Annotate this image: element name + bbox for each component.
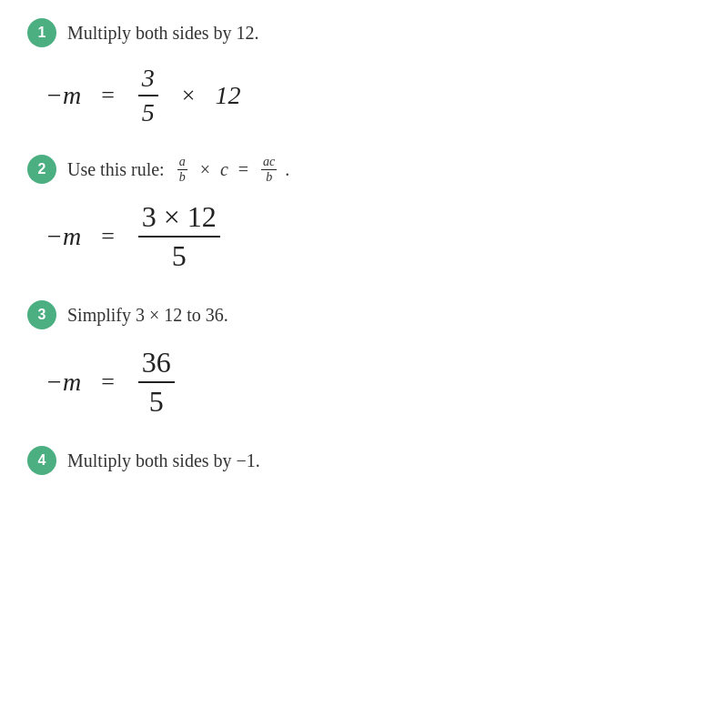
step-3-header: 3 Simplify 3 × 12 to 36. [27,300,701,329]
step-2-left: −m [46,222,81,251]
step-2-numerator: 3 × 12 [138,200,220,238]
step-2-equals: = [101,223,115,250]
step-3-equation: −m = 36 5 [46,346,701,419]
step-1: 1 Multiply both sides by 12. −m = 3 5 × … [27,18,701,127]
step-2-rule-c: c [220,159,228,180]
step-1-denominator: 5 [138,96,158,127]
step-3: 3 Simplify 3 × 12 to 36. −m = 36 5 [27,300,701,419]
step-2-rule-ac: ac [261,156,277,170]
step-4-badge: 4 [27,446,56,475]
step-2-rule-fraction-acb: ac b [261,156,277,184]
step-2-badge: 2 [27,155,56,184]
step-1-equation: −m = 3 5 × 12 [46,64,701,127]
step-2: 2 Use this rule: a b × c = ac b . −m = 3… [27,155,701,273]
step-2-rule-b: b [177,170,187,184]
step-3-fraction: 36 5 [138,346,175,419]
step-1-header: 1 Multiply both sides by 12. [27,18,701,47]
step-1-numerator: 3 [138,64,158,96]
step-1-equals: = [101,82,115,109]
step-1-fraction: 3 5 [138,64,158,127]
step-2-denominator: 5 [168,238,190,273]
step-3-denominator: 5 [146,383,167,419]
step-3-badge: 3 [27,300,56,329]
step-4-description: Multiply both sides by −1. [67,450,260,471]
step-3-numerator: 36 [138,346,175,383]
step-1-value: 12 [215,81,240,110]
step-1-left: −m [46,81,81,110]
step-2-description: Use this rule: a b × c = ac b . [67,156,289,184]
step-3-equals: = [101,369,115,396]
step-1-description: Multiply both sides by 12. [67,23,259,44]
step-2-equation: −m = 3 × 12 5 [46,200,701,273]
step-2-rule-a: a [177,156,187,170]
step-2-fraction: 3 × 12 5 [138,200,220,273]
step-2-rule-fraction-ab: a b [177,156,187,184]
step-3-description: Simplify 3 × 12 to 36. [67,305,228,326]
step-2-header: 2 Use this rule: a b × c = ac b . [27,155,701,184]
step-1-badge: 1 [27,18,56,47]
step-1-times: × [182,82,196,109]
step-4: 4 Multiply both sides by −1. [27,446,701,475]
step-2-rule-b2: b [264,170,274,184]
step-3-left: −m [46,368,81,397]
step-4-header: 4 Multiply both sides by −1. [27,446,701,475]
